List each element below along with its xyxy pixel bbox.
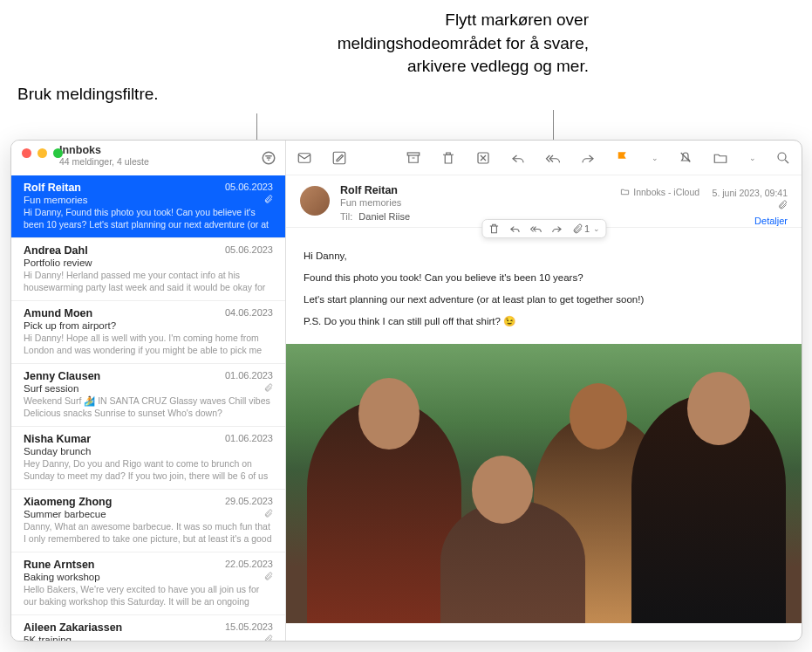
header-date: 5. juni 2023, 09:41: [713, 188, 788, 198]
callout-hover-header: Flytt markøren over meldingshodeområdet …: [327, 9, 589, 79]
search-button[interactable]: [775, 150, 791, 166]
avatar: [300, 186, 330, 216]
mute-button[interactable]: [678, 150, 693, 166]
window-traffic-lights[interactable]: [22, 148, 63, 158]
archive-button[interactable]: [406, 150, 421, 166]
flag-dropdown-icon[interactable]: ⌄: [652, 154, 658, 162]
body-line: Found this photo you took! Can you belie…: [304, 269, 784, 288]
message-subject: Baking workshop: [24, 572, 273, 582]
delete-button[interactable]: [440, 150, 456, 166]
message-item[interactable]: Rolf Reitan 05.06.2023 Fun memories Hi D…: [11, 175, 285, 238]
hover-reply-all-button[interactable]: [529, 223, 542, 235]
message-item[interactable]: Nisha Kumar 01.06.2023 Sunday brunch Hey…: [11, 427, 285, 490]
header-folder: Innboks - iCloud: [620, 187, 699, 197]
message-preview: Hello Bakers, We're very excited to have…: [24, 583, 273, 607]
message-subject: Summer barbecue: [24, 509, 273, 519]
inbox-header: Innboks 44 meldinger, 4 uleste: [11, 141, 285, 175]
annotation-callouts: Bruk meldingsfiltre. Flytt markøren over…: [0, 0, 812, 140]
maximize-window-button[interactable]: [53, 148, 63, 158]
message-item[interactable]: Aileen Zakariassen 15.05.2023 5K trainin…: [11, 615, 285, 641]
inbox-subtitle: 44 meldinger, 4 uleste: [59, 156, 275, 167]
to-label: Til:: [340, 211, 352, 222]
message-content-pane: ⌄ ⌄ Rolf Reitan Fun memories Til: Daniel…: [286, 141, 802, 641]
message-item[interactable]: Xiaomeng Zhong 29.05.2023 Summer barbecu…: [11, 490, 285, 552]
hover-attachments-button[interactable]: 1 ⌄: [571, 223, 600, 235]
paperclip-icon: [263, 195, 273, 204]
get-mail-button[interactable]: [297, 150, 312, 166]
message-subject: Pick up from airport?: [24, 320, 273, 331]
message-subject: Sunday brunch: [24, 446, 273, 456]
message-date: 29.05.2023: [225, 496, 273, 506]
message-date: 01.06.2023: [225, 370, 273, 381]
compose-button[interactable]: [331, 150, 347, 166]
message-subject: Portfolio review: [24, 257, 273, 268]
svg-point-8: [778, 153, 786, 161]
reply-button[interactable]: [510, 150, 526, 166]
move-dropdown-icon[interactable]: ⌄: [749, 154, 756, 162]
callout-filters: Bruk meldingsfiltre.: [17, 83, 235, 106]
message-date: 05.06.2023: [225, 182, 273, 192]
attached-photo[interactable]: [286, 344, 802, 623]
paperclip-icon: [263, 572, 273, 581]
flag-button[interactable]: [615, 150, 631, 166]
body-line: Let's start planning our next adventure …: [304, 291, 784, 310]
minimize-window-button[interactable]: [38, 148, 47, 158]
message-header: Rolf Reitan Fun memories Til: Daniel Rii…: [286, 175, 802, 228]
header-hover-actions[interactable]: 1 ⌄: [481, 219, 606, 238]
mail-window: Innboks 44 meldinger, 4 uleste Rolf Reit…: [10, 140, 802, 642]
forward-button[interactable]: [580, 150, 596, 166]
message-item[interactable]: Jenny Clausen 01.06.2023 Surf session We…: [11, 364, 285, 427]
move-button[interactable]: [713, 150, 728, 166]
message-date: 05.06.2023: [225, 244, 273, 255]
message-preview: Danny, What an awesome barbecue. It was …: [24, 520, 273, 545]
message-item[interactable]: Amund Moen 04.06.2023 Pick up from airpo…: [11, 301, 285, 364]
to-recipient: Daniel Riise: [358, 211, 410, 222]
svg-rect-4: [298, 153, 310, 162]
inbox-title: Innboks: [59, 144, 275, 156]
message-list-pane: Innboks 44 meldinger, 4 uleste Rolf Reit…: [11, 141, 286, 641]
message-date: 22.05.2023: [225, 559, 273, 569]
message-preview: Weekend Surf 🏄 IN SANTA CRUZ Glassy wave…: [24, 395, 273, 419]
message-preview: Hi Danny, Found this photo you took! Can…: [24, 206, 273, 230]
chevron-down-icon: ⌄: [593, 224, 600, 233]
message-item[interactable]: Rune Arntsen 22.05.2023 Baking workshop …: [11, 552, 285, 615]
body-line: P.S. Do you think I can still pull off t…: [304, 312, 784, 332]
reply-all-button[interactable]: [545, 150, 561, 166]
message-preview: Hey Danny, Do you and Rigo want to come …: [24, 457, 273, 482]
body-greeting: Hi Danny,: [304, 247, 784, 266]
hover-delete-button[interactable]: [488, 223, 500, 235]
junk-button[interactable]: [475, 150, 491, 166]
filter-button[interactable]: [261, 150, 276, 166]
message-list[interactable]: Rolf Reitan 05.06.2023 Fun memories Hi D…: [11, 175, 285, 641]
message-date: 15.05.2023: [225, 621, 273, 632]
message-date: 01.06.2023: [225, 433, 273, 443]
message-subject: Fun memories: [24, 195, 273, 205]
paperclip-icon: [263, 509, 273, 518]
message-body: Hi Danny, Found this photo you took! Can…: [286, 228, 802, 340]
hover-reply-button[interactable]: [508, 223, 521, 235]
details-link[interactable]: Detaljer: [620, 216, 788, 226]
paperclip-icon: [777, 200, 788, 210]
paperclip-icon: [263, 383, 273, 393]
message-date: 04.06.2023: [225, 307, 273, 318]
message-item[interactable]: Andrea Dahl 05.06.2023 Portfolio review …: [11, 238, 285, 301]
hover-forward-button[interactable]: [550, 223, 563, 235]
message-preview: Hi Danny! Hope all is well with you. I'm…: [24, 332, 273, 356]
svg-rect-6: [407, 153, 420, 155]
attachment-count: 1: [584, 223, 590, 234]
close-window-button[interactable]: [22, 148, 31, 158]
message-subject: 5K training: [24, 635, 273, 641]
message-preview: Hi Danny! Herland passed me your contact…: [24, 269, 273, 293]
toolbar: ⌄ ⌄: [286, 141, 802, 175]
message-subject: Surf session: [24, 383, 273, 394]
paperclip-icon: [263, 635, 273, 641]
